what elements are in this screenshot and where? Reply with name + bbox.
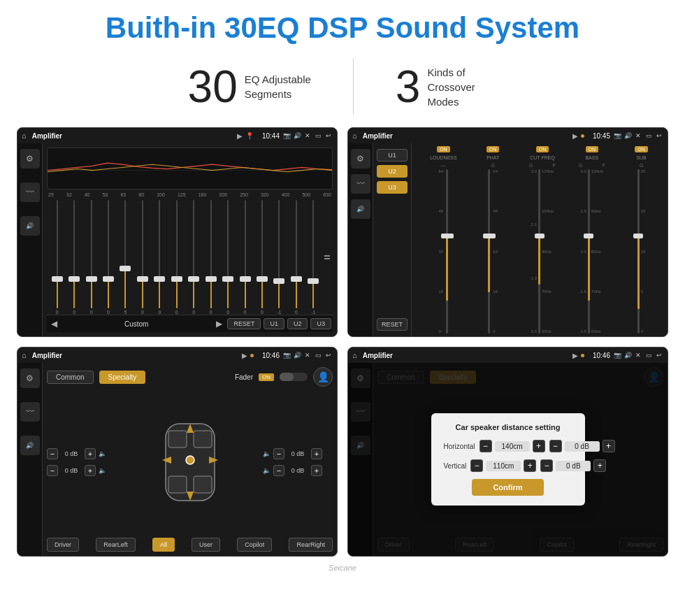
fader-9[interactable]: 0 [187,200,201,315]
back-icon-1[interactable]: ↩ [324,131,333,140]
fr-minus-btn[interactable]: − [273,448,284,459]
rearleft-btn[interactable]: RearLeft [96,538,136,552]
ch-phat: ON PHAT [470,146,517,160]
gf-labels: — G GF GF G [414,163,665,168]
fader-11[interactable]: 0 [220,200,235,315]
u1-preset-btn[interactable]: U1 [377,149,408,162]
cross-tuning-btn[interactable]: ⚙ [351,149,370,169]
phat-on-badge: ON [486,146,500,152]
fader-15[interactable]: 0 [289,200,303,315]
eq-tuning-btn[interactable]: ⚙ [20,149,40,169]
bass-fader[interactable]: 3.02.52.01.50.5 100Hz90Hz80Hz70Hz60Hz [568,169,615,334]
specialty-tab[interactable]: Specialty [99,371,146,384]
h-db-minus-btn[interactable]: − [549,440,562,452]
screen-crossover: ⌂ Amplifier ▶ 10:45 📷 🔊 ✕ ▭ ↩ ⚙ 〰 🔊 [347,127,668,337]
fader-7[interactable]: 0 [152,200,167,315]
home-icon-2[interactable]: ⌂ [352,131,357,140]
channel-faders: 644832160 [414,169,665,334]
fader-slider[interactable] [280,373,308,381]
home-icon-3[interactable]: ⌂ [22,351,27,359]
expand-icon[interactable] [323,255,330,259]
svg-rect-5 [194,476,212,493]
home-icon-4[interactable]: ⌂ [352,351,357,359]
confirm-button[interactable]: Confirm [472,479,543,496]
fader-2[interactable]: 0 [66,200,81,315]
h-db-plus-btn[interactable]: + [603,440,615,452]
fader-14[interactable]: -1 [272,200,287,315]
ch-sub: ON SUB [618,146,665,160]
fader-12[interactable]: 0 [238,200,252,315]
sp-bottom-btns: Driver RearLeft All User Copilot RearRig… [47,538,333,552]
fader-6[interactable]: 0 [135,200,150,315]
sp-wave-btn[interactable]: 〰 [20,402,40,422]
cross-wave-btn[interactable]: 〰 [351,174,370,194]
screen4-title: Amplifier [363,352,570,359]
cutfreq-fader[interactable]: 3.02.11.30.5 125Hz100Hz80Hz70Hz60Hz [519,169,566,334]
all-btn[interactable]: All [152,538,175,552]
speaker-sidebar: ⚙ 〰 🔊 [17,363,43,556]
u3-preset-btn[interactable]: U3 [377,181,408,194]
fader-16[interactable]: -1 [306,200,321,315]
next-arrow[interactable]: ▶ [213,318,224,329]
prev-arrow[interactable]: ◀ [48,318,59,329]
cross-reset-btn[interactable]: RESET [377,318,408,331]
sp-vol-btn[interactable]: 🔊 [20,436,40,455]
v-db-plus-btn[interactable]: + [593,459,606,472]
phat-fader[interactable]: 644832160 [470,169,517,334]
fader-4[interactable]: 0 [101,200,115,315]
back-icon-3[interactable]: ↩ [324,351,333,359]
profile-btn[interactable]: 👤 [313,367,333,387]
reset-btn-1[interactable]: RESET [227,318,261,329]
pin-icon-1: 📍 [245,132,254,140]
fader-3[interactable]: 0 [84,200,99,315]
fader-1[interactable]: 0 [50,200,64,315]
horizontal-minus-btn[interactable]: − [480,440,492,452]
horizontal-plus-btn[interactable]: + [533,440,545,452]
common-tab[interactable]: Common [47,371,94,384]
copilot-btn[interactable]: Copilot [237,538,272,552]
fader-5[interactable]: 5 [118,200,133,315]
screen1-time: 10:44 [262,132,280,140]
u1-btn[interactable]: U1 [264,318,284,329]
fader-8[interactable]: 0 [169,200,184,315]
fl-plus-btn[interactable]: + [85,448,96,459]
rr-minus-btn[interactable]: − [273,465,284,476]
vertical-minus-btn[interactable]: − [470,459,483,472]
save-icon-2: ▶ [572,132,578,140]
eq-bottom-bar: ◀ Custom ▶ RESET U1 U2 U3 [47,315,333,332]
home-icon-1[interactable]: ⌂ [22,131,27,140]
u3-btn[interactable]: U3 [310,318,331,329]
sp-tuning-btn[interactable]: ⚙ [20,368,40,388]
eq-wave-btn[interactable]: 〰 [20,182,40,202]
fr-plus-btn[interactable]: + [311,448,322,459]
rl-plus-btn[interactable]: + [85,465,96,476]
back-icon-4[interactable]: ↩ [655,351,663,359]
fr-db-ctrl: 🔈 − 0 dB + [263,448,333,459]
camera-icon-4: 📷 [613,351,621,359]
driver-btn[interactable]: Driver [47,538,79,552]
rr-plus-btn[interactable]: + [311,465,322,476]
reset-btn-2[interactable]: RESET [377,318,408,331]
back-icon-2[interactable]: ↩ [655,131,663,140]
fader-10[interactable]: 0 [203,200,218,315]
status-bar-4: ⌂ Amplifier ▶ 10:46 📷 🔊 ✕ ▭ ↩ [348,348,668,363]
u2-preset-btn[interactable]: U2 [377,165,408,178]
status-bar-2: ⌂ Amplifier ▶ 10:45 📷 🔊 ✕ ▭ ↩ [348,128,668,143]
fl-speaker-icon: 🔈 [99,450,106,457]
vertical-plus-btn[interactable]: + [524,459,536,472]
v-db-minus-btn[interactable]: − [540,459,553,472]
screen3-title: Amplifier [32,352,239,359]
loudness-fader[interactable]: 644832160 [420,169,467,334]
fader-13[interactable]: 0 [254,200,269,315]
user-btn[interactable]: User [192,538,220,552]
cross-vol-btn[interactable]: 🔊 [351,199,370,219]
eq-vol-btn[interactable]: 🔊 [20,216,40,236]
fl-minus-btn[interactable]: − [47,448,58,459]
sub-fader[interactable]: 20151050 [618,169,665,334]
u2-btn[interactable]: U2 [287,318,308,329]
rearright-btn[interactable]: RearRight [289,538,333,552]
stats-row: 30 EQ Adjustable Segments 3 Kinds of Cro… [0,50,685,127]
rl-minus-btn[interactable]: − [47,465,58,476]
status-icons-4: 📷 🔊 ✕ ▭ ↩ [613,351,663,359]
eq-graph [47,148,333,189]
